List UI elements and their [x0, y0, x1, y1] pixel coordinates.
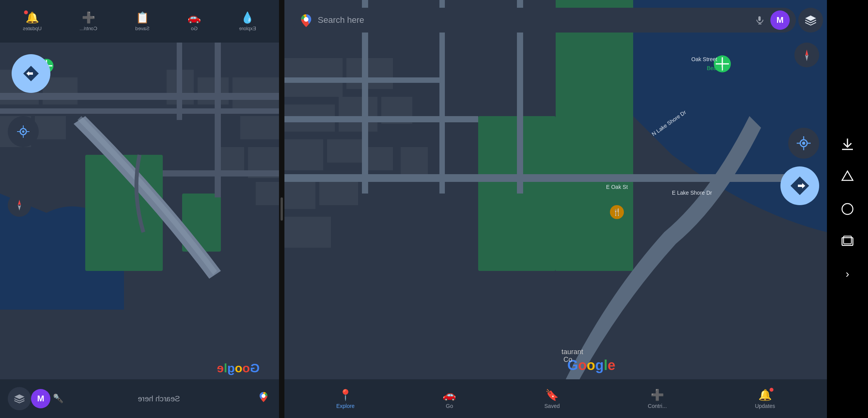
layers-icon [804, 14, 817, 26]
contri-icon: ➕ [82, 11, 95, 24]
left-tab-go[interactable]: 🚗 Go [188, 11, 201, 31]
left-tab-updates[interactable]: 🔔 Updates [23, 11, 41, 31]
svg-rect-17 [215, 43, 221, 197]
svg-marker-59 [805, 55, 808, 61]
compass-button[interactable] [794, 43, 819, 67]
location-button[interactable] [788, 128, 819, 159]
svg-rect-42 [319, 178, 358, 205]
restaurant-poi-1[interactable]: 🍴 [610, 205, 624, 219]
left-google-watermark: Google [217, 361, 260, 375]
back-nav-icon[interactable] [839, 168, 856, 185]
left-tab-go-label: Go [191, 26, 198, 31]
right-map-panel: E Oak St E Lake Shore Dr N Lake Shore Dr… [284, 0, 827, 418]
mic-icon [755, 15, 764, 25]
search-input[interactable]: Search here [318, 15, 749, 25]
restaurant-label: taurant [561, 348, 583, 356]
svg-rect-5 [198, 77, 229, 104]
back-icon [840, 170, 854, 183]
contribute-tab-icon: ➕ [651, 389, 664, 401]
explore-tab-icon: 📍 [339, 389, 352, 401]
left-layers-button[interactable] [8, 387, 31, 410]
svg-rect-40 [327, 139, 362, 163]
svg-rect-14 [0, 93, 279, 100]
svg-rect-18 [177, 43, 182, 120]
tab-updates[interactable]: 🔔 Updates [755, 389, 775, 409]
divider-handle [281, 197, 283, 221]
phone-nav-bar: › [827, 0, 868, 418]
left-mic-icon[interactable]: 🎤 [50, 391, 66, 406]
left-avatar[interactable]: M [31, 389, 50, 408]
svg-point-22 [22, 130, 24, 133]
download-nav-icon[interactable] [839, 135, 856, 152]
svg-rect-4 [240, 116, 279, 139]
left-compass-button[interactable] [8, 194, 31, 217]
maps-logo-icon [256, 389, 271, 404]
left-directions-fab[interactable] [12, 54, 50, 93]
svg-rect-37 [339, 97, 377, 132]
more-nav-icon[interactable]: › [839, 266, 856, 283]
updates-tab-icon: 🔔 [758, 389, 772, 401]
explore-icon: 💧 [241, 11, 254, 24]
chevron-right-icon: › [846, 268, 849, 280]
left-tab-saved[interactable]: 📋 Saved [135, 11, 150, 31]
download-icon [840, 137, 854, 151]
svg-point-70 [842, 204, 853, 214]
maps-logo-icon [298, 12, 314, 28]
compass-arrow-icon [800, 48, 814, 62]
svg-point-54 [304, 17, 308, 22]
svg-rect-8 [221, 147, 244, 170]
left-tab-contri[interactable]: ➕ Contri... [79, 11, 97, 31]
svg-rect-55 [758, 16, 761, 21]
svg-marker-27 [18, 200, 21, 205]
home-nav-icon[interactable] [839, 200, 856, 218]
svg-rect-35 [346, 58, 393, 89]
svg-rect-43 [284, 217, 331, 248]
explore-tab-label: Explore [336, 403, 355, 409]
left-search-text[interactable]: Search here [66, 394, 252, 403]
left-tab-contri-label: Contri... [79, 26, 97, 31]
svg-rect-12 [35, 116, 66, 139]
svg-rect-9 [256, 182, 279, 205]
panel-divider [279, 0, 284, 418]
left-tab-saved-label: Saved [135, 26, 150, 31]
svg-rect-39 [284, 139, 323, 170]
updates-tab-label: Updates [755, 403, 775, 409]
svg-rect-48 [284, 116, 478, 122]
contribute-tab-label: Contri... [648, 403, 667, 409]
directions-fab[interactable] [780, 166, 819, 205]
go-icon: 🚗 [188, 11, 201, 24]
recents-nav-icon[interactable] [839, 233, 856, 250]
saved-tab-label: Saved [544, 403, 560, 409]
bottom-nav-bar: 📍 Explore 🚗 Go 🔖 Saved ➕ Contri... 🔔 Upd… [284, 379, 827, 418]
saved-icon: 📋 [136, 11, 149, 24]
left-map-panel: 💧 Explore 🚗 Go 📋 Saved ➕ Contri... 🔔 Upd… [0, 0, 279, 418]
location-crosshair-icon [795, 135, 812, 152]
svg-rect-46 [284, 174, 556, 182]
svg-marker-28 [18, 205, 21, 211]
svg-marker-69 [842, 171, 853, 180]
tab-contribute[interactable]: ➕ Contri... [648, 389, 667, 409]
place-label-beach: Beach [707, 65, 722, 71]
street-label-oak-beach: Oak Street [691, 56, 717, 62]
street-label-e-oak: E Oak St [606, 184, 628, 190]
left-tab-explore[interactable]: 💧 Explore [239, 11, 256, 31]
left-tab-updates-label: Updates [23, 26, 41, 31]
tab-saved[interactable]: 🔖 Saved [544, 389, 560, 409]
svg-point-30 [262, 394, 265, 398]
mic-button[interactable] [753, 13, 766, 27]
left-top-nav: 💧 Explore 🚗 Go 📋 Saved ➕ Contri... 🔔 Upd… [0, 0, 279, 43]
go-tab-icon: 🚗 [443, 389, 456, 401]
user-avatar[interactable]: M [770, 10, 790, 30]
updates-icon: 🔔 [26, 11, 39, 24]
layers-button[interactable] [798, 8, 823, 33]
tab-explore[interactable]: 📍 Explore [336, 389, 355, 409]
tab-go[interactable]: 🚗 Go [443, 389, 456, 409]
search-bar[interactable]: Search here M [292, 8, 796, 33]
co-label: Co [563, 356, 572, 364]
go-tab-label: Go [446, 403, 453, 409]
layers-icon [14, 393, 25, 404]
left-location-button[interactable] [8, 116, 39, 147]
compass-icon [12, 198, 26, 212]
location-crosshair-icon [16, 124, 31, 139]
google-watermark: Google [567, 357, 615, 373]
